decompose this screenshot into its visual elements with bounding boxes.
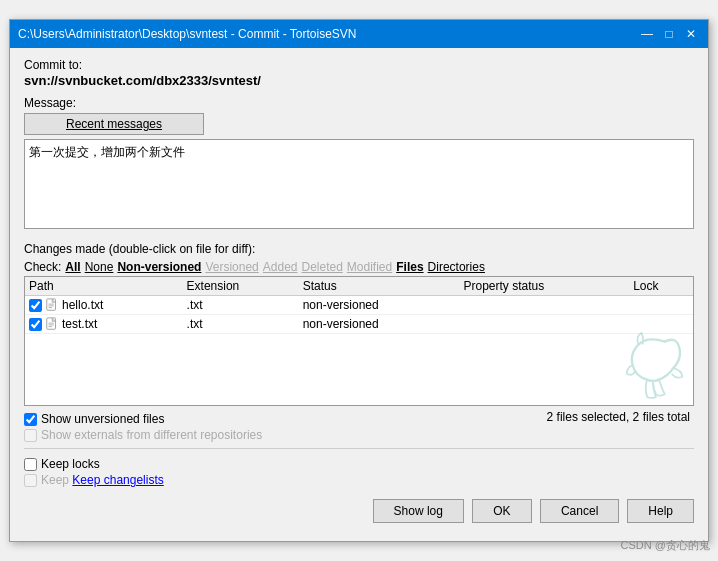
cell-lock bbox=[629, 296, 693, 315]
message-label: Message: bbox=[24, 96, 694, 110]
filter-directories[interactable]: Directories bbox=[428, 260, 485, 274]
keep-locks-label[interactable]: Keep locks bbox=[24, 457, 694, 471]
filter-files[interactable]: Files bbox=[396, 260, 423, 274]
window-title: C:\Users\Administrator\Desktop\svntest -… bbox=[18, 27, 357, 41]
recent-messages-button[interactable]: Recent messages bbox=[24, 113, 204, 135]
files-table: Path Extension Status Property status Lo… bbox=[25, 277, 693, 334]
changes-label: Changes made (double-click on file for d… bbox=[24, 242, 694, 256]
filter-non-versioned[interactable]: Non-versioned bbox=[117, 260, 201, 274]
col-extension: Extension bbox=[183, 277, 299, 296]
filter-deleted[interactable]: Deleted bbox=[301, 260, 342, 274]
maximize-button[interactable]: □ bbox=[660, 25, 678, 43]
file-icon bbox=[45, 298, 59, 312]
files-table-container: Path Extension Status Property status Lo… bbox=[24, 276, 694, 406]
keep-locks-text: Keep locks bbox=[41, 457, 100, 471]
changes-section: Changes made (double-click on file for d… bbox=[24, 242, 694, 444]
help-button[interactable]: Help bbox=[627, 499, 694, 523]
table-row[interactable]: hello.txt .txt non-versioned bbox=[25, 296, 693, 315]
keep-changelists-checkbox[interactable] bbox=[24, 474, 37, 487]
cell-property-status bbox=[459, 315, 629, 334]
filter-modified[interactable]: Modified bbox=[347, 260, 392, 274]
titlebar: C:\Users\Administrator\Desktop\svntest -… bbox=[10, 20, 708, 48]
cell-path: test.txt bbox=[25, 315, 183, 334]
show-unversioned-label[interactable]: Show unversioned files bbox=[24, 412, 262, 426]
commit-to-url: svn://svnbucket.com/dbx2333/svntest/ bbox=[24, 73, 694, 88]
show-externals-label: Show externals from different repositori… bbox=[24, 428, 262, 442]
show-unversioned-text: Show unversioned files bbox=[41, 412, 164, 426]
separator-1 bbox=[24, 448, 694, 449]
cell-path: hello.txt bbox=[25, 296, 183, 315]
keep-section: Keep locks Keep Keep changelists bbox=[24, 457, 694, 487]
close-button[interactable]: ✕ bbox=[682, 25, 700, 43]
check-filter-label: Check: bbox=[24, 260, 61, 274]
show-externals-checkbox[interactable] bbox=[24, 429, 37, 442]
keep-changelists-label: Keep Keep changelists bbox=[24, 473, 694, 487]
cell-property-status bbox=[459, 296, 629, 315]
show-unversioned-checkbox[interactable] bbox=[24, 413, 37, 426]
status-row: Show unversioned files Show externals fr… bbox=[24, 406, 694, 444]
file-icon bbox=[45, 317, 59, 331]
show-log-button[interactable]: Show log bbox=[373, 499, 464, 523]
watermark-text: CSDN @贪心的鬼 bbox=[621, 538, 710, 553]
bottom-checks: Show unversioned files Show externals fr… bbox=[24, 412, 262, 444]
filter-bar: Check: All None Non-versioned Versioned … bbox=[24, 260, 694, 274]
col-status: Status bbox=[299, 277, 460, 296]
cell-status: non-versioned bbox=[299, 296, 460, 315]
cancel-button[interactable]: Cancel bbox=[540, 499, 619, 523]
ok-button[interactable]: OK bbox=[472, 499, 532, 523]
table-row[interactable]: test.txt .txt non-versioned bbox=[25, 315, 693, 334]
window-content: Commit to: svn://svnbucket.com/dbx2333/s… bbox=[10, 48, 708, 541]
keep-changelists-text: Keep Keep changelists bbox=[41, 473, 164, 487]
keep-locks-checkbox[interactable] bbox=[24, 458, 37, 471]
changelists-link[interactable]: Keep changelists bbox=[72, 473, 163, 487]
main-window: C:\Users\Administrator\Desktop\svntest -… bbox=[9, 19, 709, 542]
filter-none[interactable]: None bbox=[85, 260, 114, 274]
file-checkbox[interactable] bbox=[29, 318, 42, 331]
message-input[interactable]: 第一次提交，增加两个新文件 bbox=[24, 139, 694, 229]
status-text: 2 files selected, 2 files total bbox=[547, 410, 694, 424]
filter-added[interactable]: Added bbox=[263, 260, 298, 274]
col-path: Path bbox=[25, 277, 183, 296]
cell-path-text: test.txt bbox=[62, 317, 97, 331]
button-row: Show log OK Cancel Help bbox=[24, 499, 694, 531]
cell-extension: .txt bbox=[183, 315, 299, 334]
tortoise-logo bbox=[623, 330, 683, 400]
show-externals-text: Show externals from different repositori… bbox=[41, 428, 262, 442]
cell-path-text: hello.txt bbox=[62, 298, 103, 312]
cell-status: non-versioned bbox=[299, 315, 460, 334]
minimize-button[interactable]: — bbox=[638, 25, 656, 43]
filter-versioned[interactable]: Versioned bbox=[205, 260, 258, 274]
col-lock: Lock bbox=[629, 277, 693, 296]
file-checkbox[interactable] bbox=[29, 299, 42, 312]
commit-to-label: Commit to: bbox=[24, 58, 694, 72]
col-property-status: Property status bbox=[459, 277, 629, 296]
titlebar-controls: — □ ✕ bbox=[638, 25, 700, 43]
cell-extension: .txt bbox=[183, 296, 299, 315]
filter-all[interactable]: All bbox=[65, 260, 80, 274]
